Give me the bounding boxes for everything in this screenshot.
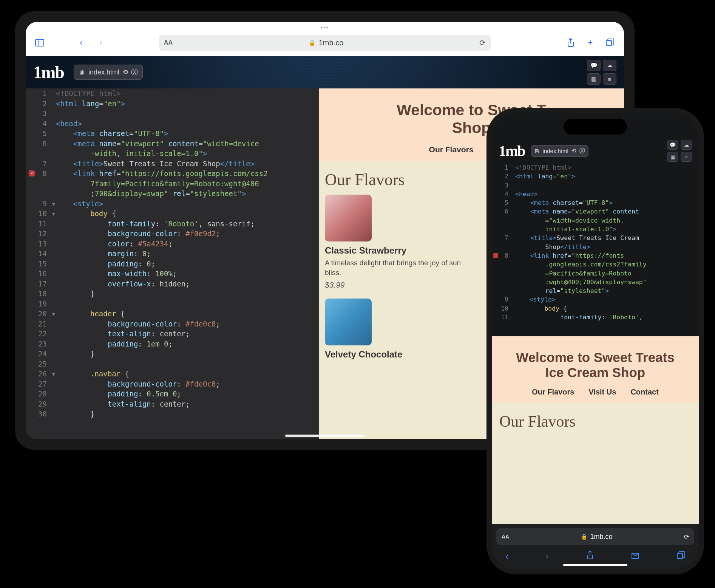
code-panel[interactable]: 12345678×9101112131415161718192021222324… [26,88,319,439]
lock-icon: 🔒 [309,39,316,46]
url-bar[interactable]: AA 🔒 1mb.co ⟳ [159,35,491,51]
sync-icon[interactable]: ⟲ [122,68,128,76]
new-tab-icon[interactable]: + [584,36,597,49]
file-tab[interactable]: 🗎 index.html ⟲ ⓧ [531,145,588,157]
code-gutter: 12345678×9101112131415161718192021222324… [26,88,52,439]
forward-icon: › [94,36,107,49]
reader-icon[interactable]: AA [164,39,173,46]
safari-toolbar: ‹ › AA 🔒 1mb.co ⟳ + [26,32,624,56]
nav-contact[interactable]: Contact [630,388,658,396]
bookmarks-icon[interactable] [631,551,640,562]
menu-icon[interactable]: ≡ [603,73,616,85]
code-gutter: 1234567891011 [492,163,511,322]
scrollbar[interactable] [285,435,364,437]
forward-icon: › [546,551,549,562]
tabs-icon[interactable] [604,36,616,49]
reload-icon[interactable]: ⟳ [479,38,486,47]
menu-icon[interactable]: ≡ [681,152,692,162]
file-icon: 🗎 [534,148,540,154]
file-tab[interactable]: 🗎 index.html ⟲ ⓧ [74,65,143,80]
close-icon[interactable]: ⓧ [579,147,585,155]
reader-icon[interactable]: AA [502,534,509,540]
grid-icon[interactable]: ▦ [667,152,678,162]
home-indicator[interactable] [563,564,627,566]
file-name: index.html [88,68,119,76]
header-actions: 💬 ☁ ▦ ≡ [587,60,616,85]
flavor-image [325,195,372,241]
multitask-dots[interactable]: ••• [26,22,624,32]
file-name: index.html [543,148,568,154]
iphone-editor: 1mb 🗎 index.html ⟲ ⓧ 💬 ☁ ▦ ≡ 12345678910… [492,113,699,336]
file-icon: 🗎 [79,68,85,76]
code-lines[interactable]: <!DOCTYPE html><html lang="en"><head> <m… [56,88,319,419]
iphone-safari-bottom: AA 🔒 1mb.co ⟳ ‹ › [492,524,699,569]
iphone-url-bar[interactable]: AA 🔒 1mb.co ⟳ [496,528,694,545]
preview-body: Our Flavors [492,402,699,446]
iphone-toolbar: ‹ › [496,545,694,562]
logo[interactable]: 1mb [33,62,64,82]
dynamic-island [564,119,627,135]
iphone-code[interactable]: 1234567891011 <!DOCTYPE html><html lang=… [492,163,699,322]
iphone-editor-header: 1mb 🗎 index.html ⟲ ⓧ 💬 ☁ ▦ ≡ [492,137,699,163]
svg-rect-2 [606,40,612,46]
cloud-icon[interactable]: ☁ [681,140,692,150]
editor-header: 1mb 🗎 index.html ⟲ ⓧ 💬 ☁ ▦ ≡ [26,56,624,88]
flavor-image [325,299,372,345]
back-icon[interactable]: ‹ [75,36,88,49]
header-actions: 💬 ☁ ▦ ≡ [667,140,692,162]
close-icon[interactable]: ⓧ [131,68,138,77]
share-icon[interactable] [564,36,577,49]
iphone-screen: 1mb 🗎 index.html ⟲ ⓧ 💬 ☁ ▦ ≡ 12345678910… [492,113,699,569]
sync-icon[interactable]: ⟲ [571,147,576,154]
tabs-icon[interactable] [677,551,685,562]
chat-icon[interactable]: 💬 [667,140,678,150]
lock-icon: 🔒 [581,534,587,540]
nav-flavors[interactable]: Our Flavors [429,145,474,154]
svg-rect-3 [677,553,683,559]
cloud-icon[interactable]: ☁ [603,60,616,71]
logo[interactable]: 1mb [499,142,525,160]
chat-icon[interactable]: 💬 [587,60,601,71]
preview-heading: Welcome to Sweet Treats Ice Cream Shop [498,350,693,380]
svg-rect-0 [36,39,44,46]
back-icon[interactable]: ‹ [505,551,509,562]
url-text: 1mb.co [590,533,613,541]
iphone-preview[interactable]: Welcome to Sweet Treats Ice Cream Shop O… [492,336,699,524]
url-text: 1mb.co [319,39,344,47]
share-icon[interactable] [586,551,594,562]
grid-icon[interactable]: ▦ [587,73,601,85]
flavors-heading: Our Flavors [499,412,691,430]
reload-icon[interactable]: ⟳ [684,533,689,540]
nav-flavors[interactable]: Our Flavors [532,388,574,396]
iphone-device: 1mb 🗎 index.html ⟲ ⓧ 💬 ☁ ▦ ≡ 12345678910… [486,108,704,574]
sidebar-icon[interactable] [33,36,46,49]
preview-nav: Our Flavors Visit Us Contact [492,388,699,402]
nav-visit[interactable]: Visit Us [588,388,616,396]
